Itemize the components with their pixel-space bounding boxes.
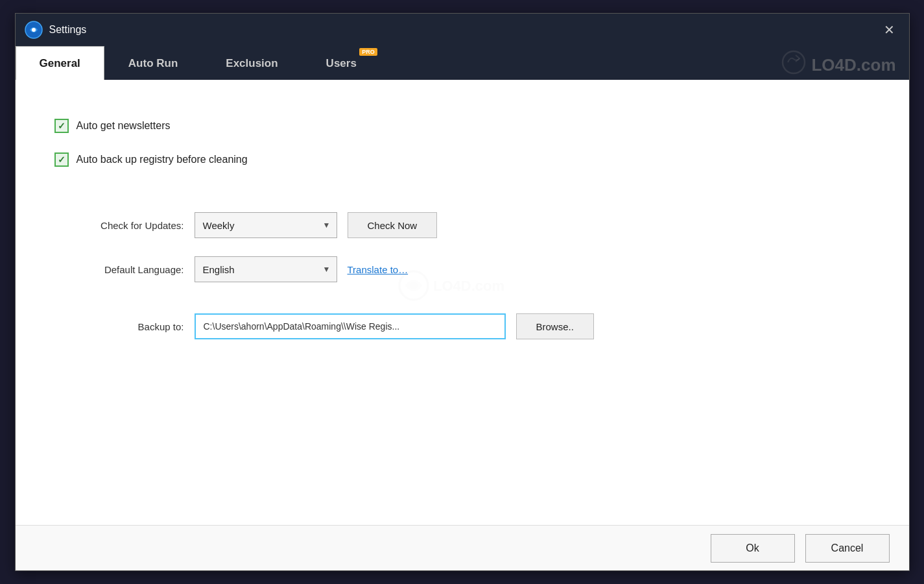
backup-to-label: Backup to: xyxy=(54,321,184,332)
tab-bar: General Auto Run Exclusion Users PRO LO4… xyxy=(16,46,909,80)
newsletter-label: Auto get newsletters xyxy=(77,120,171,132)
newsletter-option-row: ✓ Auto get newsletters xyxy=(54,119,870,133)
settings-window: Settings ✕ General Auto Run Exclusion Us… xyxy=(15,13,910,571)
browse-button[interactable]: Browse.. xyxy=(516,313,594,339)
title-bar: Settings ✕ xyxy=(16,14,909,46)
pro-badge: PRO xyxy=(359,48,377,56)
backup-checkbox-row: ✓ Auto back up registry before cleaning xyxy=(54,152,870,167)
translate-link[interactable]: Translate to… xyxy=(348,264,409,275)
tab-exclusion[interactable]: Exclusion xyxy=(202,46,302,80)
logo-icon xyxy=(781,50,806,80)
backup-checkbox-wrapper[interactable]: ✓ Auto back up registry before cleaning xyxy=(54,152,248,167)
backup-path-input[interactable] xyxy=(195,313,506,339)
settings-content: ✓ Auto get newsletters ✓ Auto back up re… xyxy=(16,80,909,383)
cancel-button[interactable]: Cancel xyxy=(805,534,890,563)
check-now-button[interactable]: Check Now xyxy=(348,212,438,238)
backup-to-row: Backup to: Browse.. xyxy=(54,313,870,339)
tab-users[interactable]: Users PRO xyxy=(302,46,381,80)
ok-button[interactable]: Ok xyxy=(711,534,795,563)
checkmark-icon: ✓ xyxy=(58,121,65,131)
tab-autorun[interactable]: Auto Run xyxy=(104,46,202,80)
content-area: ✓ Auto get newsletters ✓ Auto back up re… xyxy=(16,80,909,525)
logo-text: LO4D.com xyxy=(811,55,895,75)
close-button[interactable]: ✕ xyxy=(879,21,900,39)
logo-area: LO4D.com xyxy=(381,50,909,80)
newsletter-checkbox[interactable]: ✓ xyxy=(54,119,69,133)
svg-point-2 xyxy=(783,51,805,73)
svg-point-1 xyxy=(32,28,36,32)
bottom-bar: Ok Cancel xyxy=(16,525,909,570)
tab-general[interactable]: General xyxy=(16,46,104,80)
window-title: Settings xyxy=(49,24,879,36)
language-row: Default Language: English Chinese French… xyxy=(54,256,870,282)
newsletter-checkbox-wrapper[interactable]: ✓ Auto get newsletters xyxy=(54,119,171,133)
language-label: Default Language: xyxy=(54,264,184,275)
language-select[interactable]: English Chinese French German Spanish xyxy=(195,256,337,282)
backup-checkbox[interactable]: ✓ xyxy=(54,152,69,167)
backup-label: Auto back up registry before cleaning xyxy=(77,154,248,165)
check-updates-select-wrapper: Weekly Daily Monthly Never ▼ xyxy=(195,212,337,238)
language-select-wrapper: English Chinese French German Spanish ▼ xyxy=(195,256,337,282)
check-updates-row: Check for Updates: Weekly Daily Monthly … xyxy=(54,212,870,238)
app-icon xyxy=(25,21,43,39)
svg-point-4 xyxy=(410,282,418,289)
check-updates-select[interactable]: Weekly Daily Monthly Never xyxy=(195,212,337,238)
check-updates-label: Check for Updates: xyxy=(54,220,184,231)
checkmark2-icon: ✓ xyxy=(58,154,65,165)
